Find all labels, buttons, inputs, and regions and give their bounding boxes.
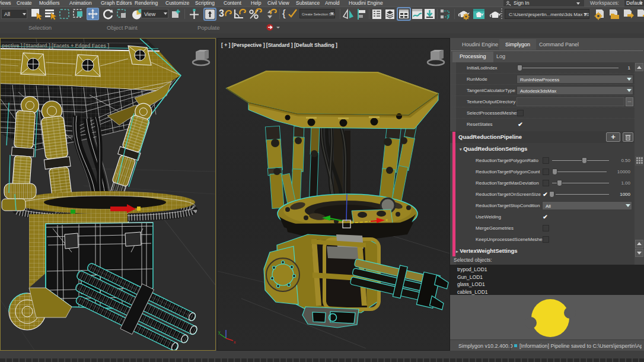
svg-text:x: x: [234, 340, 236, 344]
svg-text:x: x: [385, 217, 388, 223]
svg-text:[ + ] [Perspective ] [Standar: [ + ] [Perspective ] [Standard ] [Defaul…: [221, 42, 337, 48]
svg-text:pective ] [Standard ] [Facet: pective ] [Standard ] [Facets + Edged Fa…: [2, 43, 109, 49]
svg-text:y: y: [218, 330, 221, 335]
